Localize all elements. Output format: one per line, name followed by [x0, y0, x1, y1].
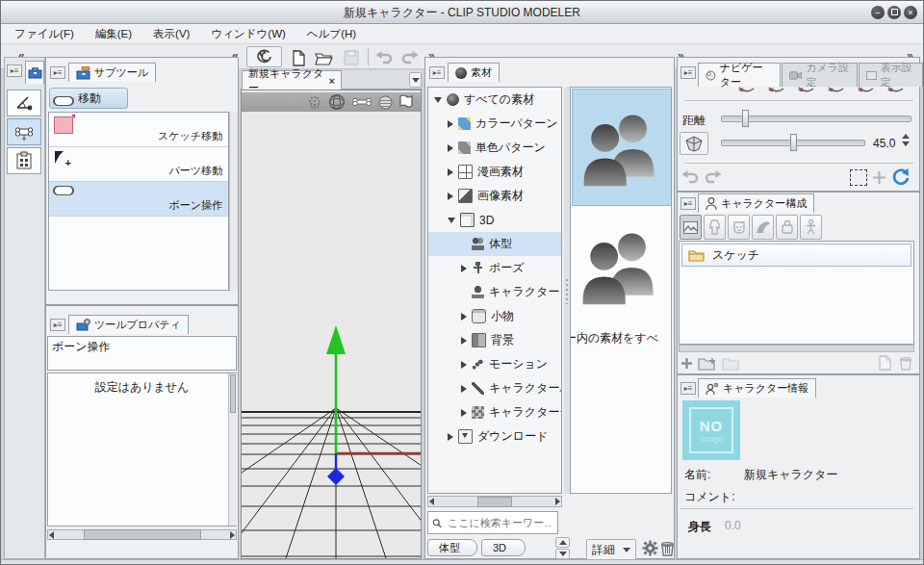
scroll-thumb[interactable]	[84, 529, 201, 540]
tag-body-type-button[interactable]: 体型	[427, 539, 477, 556]
tab-navigator[interactable]: ナビゲーター	[698, 63, 781, 87]
name-value[interactable]: 新規キャラクター	[744, 467, 837, 483]
tab-material[interactable]: 素材	[448, 63, 500, 82]
new-folder-icon[interactable]	[698, 356, 717, 371]
rotate-view-icon[interactable]	[828, 86, 844, 94]
tree-item-7[interactable]: ポーズ	[428, 256, 561, 280]
distance-slider[interactable]	[721, 116, 911, 122]
restore-button[interactable]	[887, 6, 901, 19]
tree-item-3[interactable]: 漫画素材	[428, 160, 561, 184]
tree-item-14[interactable]: ダウンロード	[428, 424, 561, 449]
tab-tool-property[interactable]: ツールプロパティ	[68, 315, 189, 334]
angle-slider-handle[interactable]	[790, 134, 797, 151]
tree-item-9[interactable]: 小物	[428, 304, 561, 328]
rotate-view-icon[interactable]	[768, 86, 784, 94]
open-subfolder-icon[interactable]	[722, 356, 741, 371]
tab-subtool[interactable]: サブツール	[68, 63, 156, 82]
composition-item-sketch[interactable]: スケッチ	[681, 244, 911, 267]
expand-arrow-icon[interactable]	[448, 144, 453, 152]
scroll-right-icon[interactable]	[230, 531, 235, 539]
sphere-icon[interactable]	[378, 95, 393, 110]
tool-angle[interactable]	[7, 90, 41, 116]
material-settings-gear-icon[interactable]	[642, 540, 658, 556]
viewport-scene[interactable]	[242, 112, 421, 558]
tree-item-6[interactable]: 体型	[428, 232, 561, 256]
tree-item-5[interactable]: 3D	[428, 208, 561, 232]
expand-arrow-icon[interactable]	[434, 97, 442, 103]
trash-icon[interactable]	[899, 355, 912, 371]
expand-arrow-icon[interactable]	[461, 385, 467, 393]
subtool-item-0[interactable]: スケッチ移動	[49, 113, 228, 147]
expand-arrow-icon[interactable]	[461, 337, 467, 345]
subtool-scrollbar[interactable]	[229, 112, 238, 291]
material-trash-icon[interactable]	[660, 540, 675, 556]
menu-item-1[interactable]: 編集(E)	[95, 27, 132, 41]
spin-down-button[interactable]	[555, 549, 570, 559]
menu-item-3[interactable]: ウィンドウ(W)	[211, 27, 285, 41]
scroll-left-icon[interactable]	[49, 531, 54, 539]
tree-item-0[interactable]: すべての素材	[428, 88, 561, 112]
tree-item-10[interactable]: 背景	[428, 328, 561, 352]
menu-item-0[interactable]: ファイル(F)	[14, 27, 74, 41]
expand-arrow-icon[interactable]	[448, 433, 453, 441]
subtool-panel-menu-icon[interactable]: ▸≡	[50, 66, 65, 79]
category-hair-button[interactable]	[752, 215, 774, 240]
angle-spinner[interactable]	[902, 134, 910, 146]
scroll-thumb[interactable]	[477, 497, 512, 507]
menu-item-4[interactable]: ヘルプ(H)	[307, 27, 356, 41]
redo-icon[interactable]	[705, 170, 722, 184]
title-bar[interactable]: 新規キャラクター - CLIP STUDIO MODELER – ×	[1, 1, 923, 24]
tree-item-2[interactable]: 単色パターン	[428, 136, 561, 160]
add-icon[interactable]	[680, 357, 693, 370]
scroll-right-icon[interactable]	[555, 498, 560, 505]
expand-arrow-icon[interactable]	[448, 218, 455, 223]
material-tree-hscrollbar[interactable]	[427, 496, 562, 507]
rotate-view-icon[interactable]	[858, 86, 874, 94]
dots-sphere-icon[interactable]	[307, 94, 322, 110]
tag-3d-button[interactable]: 3D	[481, 539, 526, 556]
category-face-button[interactable]	[728, 215, 750, 240]
tool-property-hscrollbar[interactable]	[47, 529, 237, 540]
angle-cube-button[interactable]	[680, 132, 708, 155]
tag-scroll-spinner[interactable]	[555, 537, 568, 559]
tool-property-vscrollbar[interactable]	[228, 373, 237, 526]
save-button[interactable]	[340, 47, 363, 68]
rotate-view-icon[interactable]	[738, 86, 755, 94]
subtool-group-move[interactable]: 移動	[49, 88, 128, 109]
subtool-item-2[interactable]: ボーン操作	[49, 182, 228, 217]
refresh-view-icon[interactable]	[891, 167, 911, 187]
composition-menu-icon[interactable]: ▸≡	[680, 197, 696, 210]
expand-arrow-icon[interactable]	[448, 120, 453, 128]
material-panel-menu-icon[interactable]: ▸≡	[429, 66, 445, 79]
tree-item-1[interactable]: カラーパターン	[428, 112, 561, 136]
category-accessory-button[interactable]	[776, 215, 798, 240]
detail-view-dropdown[interactable]: 詳細	[586, 539, 636, 560]
fit-view-icon[interactable]	[850, 169, 867, 186]
tab-character-info[interactable]: キャラクター情報	[698, 378, 816, 398]
down-arrow-icon[interactable]	[902, 141, 910, 146]
bone-icon[interactable]	[351, 96, 372, 108]
tab-display-settings[interactable]: 表示設定	[859, 63, 923, 87]
tool-property-menu-icon[interactable]: ▸≡	[50, 319, 65, 331]
tool-clipboard[interactable]	[7, 147, 41, 174]
minimize-button[interactable]: –	[871, 6, 885, 19]
expand-arrow-icon[interactable]	[461, 265, 467, 272]
undo-icon[interactable]	[681, 170, 699, 184]
new-document-icon[interactable]	[879, 355, 891, 371]
expand-arrow-icon[interactable]	[448, 193, 453, 200]
wire-globe-icon[interactable]	[328, 93, 346, 111]
tool-bone-move[interactable]	[7, 118, 41, 145]
thumbnail-body-type-2[interactable]	[572, 209, 670, 322]
tab-list-dropdown[interactable]	[409, 72, 422, 88]
tab-tool[interactable]	[25, 61, 44, 84]
menu-item-2[interactable]: 表示(V)	[153, 27, 190, 41]
distance-slider-handle[interactable]	[742, 110, 749, 127]
rotate-view-icon[interactable]	[887, 86, 904, 94]
zoom-reset-icon[interactable]	[872, 170, 886, 185]
tree-item-11[interactable]: モーション	[428, 352, 561, 376]
expand-arrow-icon[interactable]	[461, 313, 467, 321]
character-info-menu-icon[interactable]: ▸≡	[680, 382, 696, 395]
clip-studio-logo-button[interactable]	[246, 46, 282, 67]
tab-composition[interactable]: キャラクター構成	[698, 193, 814, 213]
close-button[interactable]: ×	[904, 6, 917, 19]
